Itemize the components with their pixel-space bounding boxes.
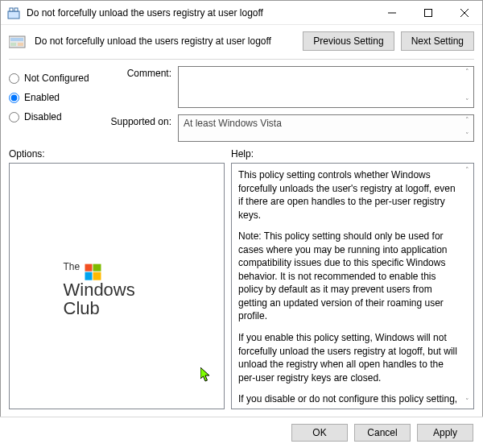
help-p3: If you enable this policy setting, Windo… — [238, 331, 459, 384]
chevron-up-icon: ˄ — [462, 68, 472, 76]
supported-value: At least Windows Vista — [184, 118, 282, 129]
help-p2: Note: This policy setting should only be… — [238, 230, 459, 323]
policy-icon — [9, 33, 28, 49]
logo-line2: Windows Club — [64, 280, 171, 317]
close-button[interactable] — [446, 1, 482, 25]
help-p1: This policy setting controls whether Win… — [238, 168, 459, 222]
cursor-icon — [200, 367, 212, 386]
comment-scroll[interactable]: ˄˅ — [462, 68, 472, 106]
logo-squares-icon — [85, 263, 101, 280]
radio-not-configured-label: Not Configured — [24, 73, 89, 84]
divider — [9, 59, 474, 60]
chevron-up-icon: ˄ — [462, 117, 472, 124]
svg-rect-8 — [10, 38, 23, 41]
options-box: The Windows Club — [9, 163, 225, 409]
supported-label: Supported on: — [107, 114, 171, 127]
radio-enabled-label: Enabled — [24, 92, 60, 103]
chevron-down-icon: ˅ — [462, 132, 472, 139]
svg-rect-9 — [10, 43, 16, 46]
ok-button[interactable]: OK — [291, 424, 348, 442]
chevron-down-icon: ˅ — [462, 98, 472, 106]
watermark-logo: The Windows Club — [64, 255, 171, 317]
radio-disabled-label: Disabled — [24, 111, 62, 122]
app-icon — [7, 6, 20, 19]
chevron-up-icon: ˄ — [462, 167, 472, 174]
radio-enabled-input[interactable] — [9, 93, 19, 103]
config-form: Not Configured Enabled Disabled Comment:… — [1, 66, 482, 147]
policy-title: Do not forcefully unload the users regis… — [35, 35, 303, 47]
svg-rect-10 — [18, 43, 23, 46]
help-scroll[interactable]: ˄˅ — [462, 167, 472, 405]
logo-line1: The — [64, 261, 80, 272]
comment-input[interactable]: ˄˅ — [178, 66, 474, 108]
minimize-button[interactable] — [374, 1, 410, 25]
window-title: Do not forcefully unload the users regis… — [27, 7, 374, 19]
svg-rect-1 — [10, 8, 13, 11]
cancel-button[interactable]: Cancel — [354, 424, 411, 442]
radio-not-configured-input[interactable] — [9, 73, 19, 84]
help-text: This policy setting controls whether Win… — [232, 164, 473, 409]
maximize-button[interactable] — [410, 1, 446, 25]
svg-rect-2 — [14, 8, 18, 11]
supported-scroll[interactable]: ˄˅ — [462, 117, 472, 139]
window-controls — [374, 1, 482, 25]
radio-enabled[interactable]: Enabled — [9, 92, 107, 103]
help-p4: If you disable or do not configure this … — [238, 392, 459, 409]
svg-rect-4 — [424, 9, 431, 16]
help-box: This policy setting controls whether Win… — [231, 163, 474, 409]
titlebar: Do not forcefully unload the users regis… — [1, 1, 482, 25]
next-setting-button[interactable]: Next Setting — [401, 31, 474, 51]
options-label: Options: — [9, 147, 225, 163]
radio-disabled[interactable]: Disabled — [9, 111, 107, 122]
comment-label: Comment: — [107, 66, 171, 79]
header-row: Do not forcefully unload the users regis… — [1, 25, 482, 59]
help-label: Help: — [231, 147, 474, 163]
radio-disabled-input[interactable] — [9, 112, 19, 122]
state-radios: Not Configured Enabled Disabled — [9, 66, 107, 142]
dialog-buttons: OK Cancel Apply — [0, 417, 483, 448]
supported-box: At least Windows Vista ˄˅ — [178, 114, 474, 142]
apply-button[interactable]: Apply — [417, 424, 473, 442]
svg-rect-0 — [8, 11, 19, 19]
chevron-down-icon: ˅ — [462, 398, 472, 405]
previous-setting-button[interactable]: Previous Setting — [303, 31, 394, 51]
radio-not-configured[interactable]: Not Configured — [9, 73, 107, 84]
